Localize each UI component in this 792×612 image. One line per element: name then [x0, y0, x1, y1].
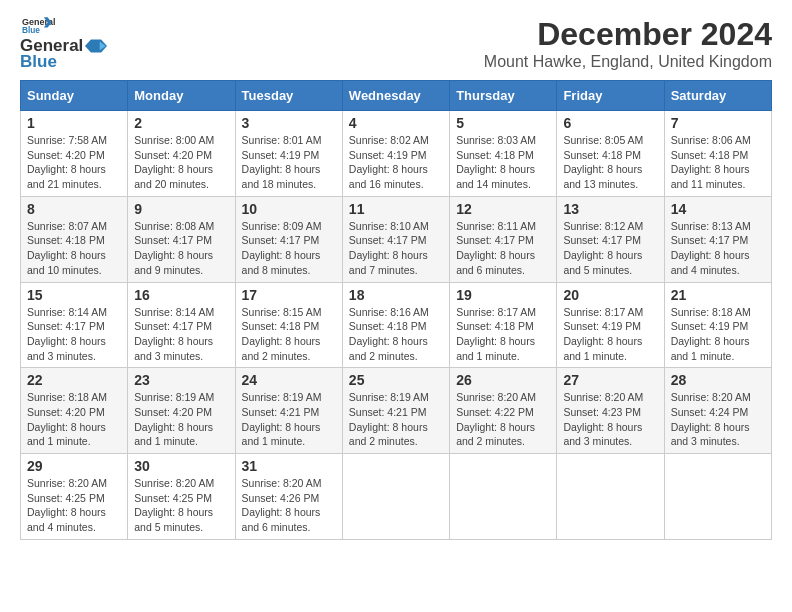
day-info: Sunrise: 8:20 AM Sunset: 4:26 PM Dayligh…: [242, 476, 336, 535]
calendar-week-row: 22Sunrise: 8:18 AM Sunset: 4:20 PM Dayli…: [21, 368, 772, 454]
day-number: 12: [456, 201, 550, 217]
day-info: Sunrise: 8:19 AM Sunset: 4:21 PM Dayligh…: [349, 390, 443, 449]
calendar-cell: [664, 454, 771, 540]
day-number: 28: [671, 372, 765, 388]
calendar-cell: 12Sunrise: 8:11 AM Sunset: 4:17 PM Dayli…: [450, 196, 557, 282]
calendar-week-row: 15Sunrise: 8:14 AM Sunset: 4:17 PM Dayli…: [21, 282, 772, 368]
calendar-cell: 28Sunrise: 8:20 AM Sunset: 4:24 PM Dayli…: [664, 368, 771, 454]
logo: General Blue General Blue: [20, 16, 107, 72]
calendar-table: SundayMondayTuesdayWednesdayThursdayFrid…: [20, 80, 772, 540]
day-number: 17: [242, 287, 336, 303]
day-number: 26: [456, 372, 550, 388]
calendar-cell: 6Sunrise: 8:05 AM Sunset: 4:18 PM Daylig…: [557, 111, 664, 197]
day-info: Sunrise: 8:12 AM Sunset: 4:17 PM Dayligh…: [563, 219, 657, 278]
day-info: Sunrise: 8:20 AM Sunset: 4:24 PM Dayligh…: [671, 390, 765, 449]
calendar-cell: 8Sunrise: 8:07 AM Sunset: 4:18 PM Daylig…: [21, 196, 128, 282]
day-info: Sunrise: 8:17 AM Sunset: 4:18 PM Dayligh…: [456, 305, 550, 364]
day-number: 4: [349, 115, 443, 131]
calendar-cell: 31Sunrise: 8:20 AM Sunset: 4:26 PM Dayli…: [235, 454, 342, 540]
day-info: Sunrise: 8:17 AM Sunset: 4:19 PM Dayligh…: [563, 305, 657, 364]
day-header-wednesday: Wednesday: [342, 81, 449, 111]
calendar-week-row: 1Sunrise: 7:58 AM Sunset: 4:20 PM Daylig…: [21, 111, 772, 197]
day-number: 11: [349, 201, 443, 217]
calendar-cell: 14Sunrise: 8:13 AM Sunset: 4:17 PM Dayli…: [664, 196, 771, 282]
day-info: Sunrise: 8:14 AM Sunset: 4:17 PM Dayligh…: [134, 305, 228, 364]
calendar-cell: 4Sunrise: 8:02 AM Sunset: 4:19 PM Daylig…: [342, 111, 449, 197]
day-header-sunday: Sunday: [21, 81, 128, 111]
calendar-cell: 25Sunrise: 8:19 AM Sunset: 4:21 PM Dayli…: [342, 368, 449, 454]
day-number: 15: [27, 287, 121, 303]
day-info: Sunrise: 8:20 AM Sunset: 4:22 PM Dayligh…: [456, 390, 550, 449]
day-number: 6: [563, 115, 657, 131]
day-number: 7: [671, 115, 765, 131]
day-header-saturday: Saturday: [664, 81, 771, 111]
calendar-week-row: 8Sunrise: 8:07 AM Sunset: 4:18 PM Daylig…: [21, 196, 772, 282]
day-info: Sunrise: 8:05 AM Sunset: 4:18 PM Dayligh…: [563, 133, 657, 192]
calendar-cell: 26Sunrise: 8:20 AM Sunset: 4:22 PM Dayli…: [450, 368, 557, 454]
calendar-cell: 23Sunrise: 8:19 AM Sunset: 4:20 PM Dayli…: [128, 368, 235, 454]
day-info: Sunrise: 8:16 AM Sunset: 4:18 PM Dayligh…: [349, 305, 443, 364]
day-number: 21: [671, 287, 765, 303]
day-header-monday: Monday: [128, 81, 235, 111]
day-header-friday: Friday: [557, 81, 664, 111]
day-info: Sunrise: 8:00 AM Sunset: 4:20 PM Dayligh…: [134, 133, 228, 192]
calendar-cell: 21Sunrise: 8:18 AM Sunset: 4:19 PM Dayli…: [664, 282, 771, 368]
day-info: Sunrise: 8:07 AM Sunset: 4:18 PM Dayligh…: [27, 219, 121, 278]
calendar-cell: 19Sunrise: 8:17 AM Sunset: 4:18 PM Dayli…: [450, 282, 557, 368]
day-header-thursday: Thursday: [450, 81, 557, 111]
calendar-cell: 5Sunrise: 8:03 AM Sunset: 4:18 PM Daylig…: [450, 111, 557, 197]
calendar-cell: 30Sunrise: 8:20 AM Sunset: 4:25 PM Dayli…: [128, 454, 235, 540]
day-info: Sunrise: 8:20 AM Sunset: 4:23 PM Dayligh…: [563, 390, 657, 449]
day-info: Sunrise: 8:14 AM Sunset: 4:17 PM Dayligh…: [27, 305, 121, 364]
page-subtitle: Mount Hawke, England, United Kingdom: [484, 53, 772, 71]
page-title: December 2024: [484, 16, 772, 53]
calendar-week-row: 29Sunrise: 8:20 AM Sunset: 4:25 PM Dayli…: [21, 454, 772, 540]
day-number: 10: [242, 201, 336, 217]
day-info: Sunrise: 8:09 AM Sunset: 4:17 PM Dayligh…: [242, 219, 336, 278]
calendar-cell: 3Sunrise: 8:01 AM Sunset: 4:19 PM Daylig…: [235, 111, 342, 197]
day-number: 14: [671, 201, 765, 217]
day-info: Sunrise: 8:19 AM Sunset: 4:21 PM Dayligh…: [242, 390, 336, 449]
day-info: Sunrise: 8:15 AM Sunset: 4:18 PM Dayligh…: [242, 305, 336, 364]
day-number: 5: [456, 115, 550, 131]
day-info: Sunrise: 8:18 AM Sunset: 4:19 PM Dayligh…: [671, 305, 765, 364]
day-number: 22: [27, 372, 121, 388]
day-number: 24: [242, 372, 336, 388]
day-number: 3: [242, 115, 336, 131]
calendar-cell: 18Sunrise: 8:16 AM Sunset: 4:18 PM Dayli…: [342, 282, 449, 368]
day-number: 20: [563, 287, 657, 303]
calendar-cell: 16Sunrise: 8:14 AM Sunset: 4:17 PM Dayli…: [128, 282, 235, 368]
calendar-cell: 1Sunrise: 7:58 AM Sunset: 4:20 PM Daylig…: [21, 111, 128, 197]
svg-text:Blue: Blue: [22, 25, 40, 34]
day-number: 27: [563, 372, 657, 388]
day-info: Sunrise: 8:03 AM Sunset: 4:18 PM Dayligh…: [456, 133, 550, 192]
page-header: General Blue General Blue December 2024 …: [20, 16, 772, 72]
calendar-cell: 15Sunrise: 8:14 AM Sunset: 4:17 PM Dayli…: [21, 282, 128, 368]
day-info: Sunrise: 8:20 AM Sunset: 4:25 PM Dayligh…: [27, 476, 121, 535]
day-info: Sunrise: 8:13 AM Sunset: 4:17 PM Dayligh…: [671, 219, 765, 278]
logo-icon: General Blue: [20, 16, 56, 34]
day-number: 18: [349, 287, 443, 303]
day-info: Sunrise: 8:08 AM Sunset: 4:17 PM Dayligh…: [134, 219, 228, 278]
day-number: 16: [134, 287, 228, 303]
calendar-cell: 24Sunrise: 8:19 AM Sunset: 4:21 PM Dayli…: [235, 368, 342, 454]
day-number: 19: [456, 287, 550, 303]
calendar-cell: 17Sunrise: 8:15 AM Sunset: 4:18 PM Dayli…: [235, 282, 342, 368]
day-info: Sunrise: 8:10 AM Sunset: 4:17 PM Dayligh…: [349, 219, 443, 278]
title-block: December 2024 Mount Hawke, England, Unit…: [484, 16, 772, 71]
day-number: 29: [27, 458, 121, 474]
calendar-cell: [450, 454, 557, 540]
calendar-cell: 29Sunrise: 8:20 AM Sunset: 4:25 PM Dayli…: [21, 454, 128, 540]
day-info: Sunrise: 8:11 AM Sunset: 4:17 PM Dayligh…: [456, 219, 550, 278]
calendar-cell: 20Sunrise: 8:17 AM Sunset: 4:19 PM Dayli…: [557, 282, 664, 368]
day-number: 9: [134, 201, 228, 217]
calendar-cell: [557, 454, 664, 540]
day-number: 8: [27, 201, 121, 217]
day-number: 1: [27, 115, 121, 131]
day-info: Sunrise: 8:06 AM Sunset: 4:18 PM Dayligh…: [671, 133, 765, 192]
calendar-cell: 2Sunrise: 8:00 AM Sunset: 4:20 PM Daylig…: [128, 111, 235, 197]
day-number: 25: [349, 372, 443, 388]
calendar-cell: 9Sunrise: 8:08 AM Sunset: 4:17 PM Daylig…: [128, 196, 235, 282]
calendar-cell: [342, 454, 449, 540]
day-header-tuesday: Tuesday: [235, 81, 342, 111]
